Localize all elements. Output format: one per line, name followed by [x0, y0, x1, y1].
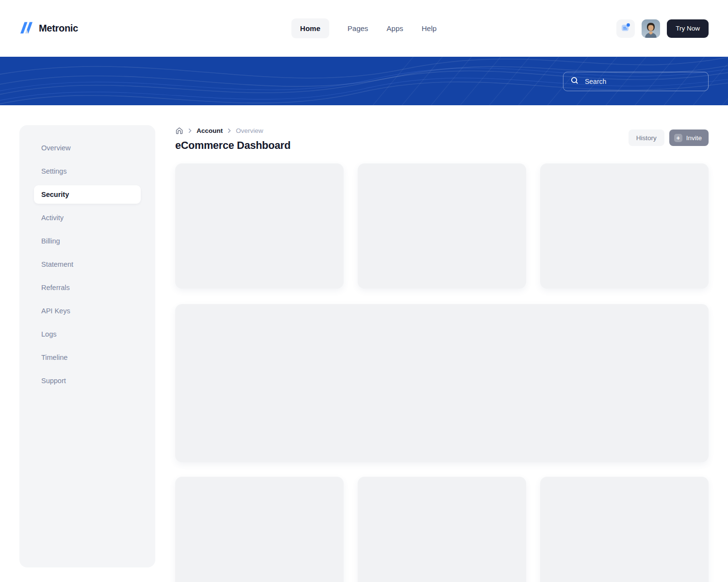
sidebar-item-logs[interactable]: Logs	[34, 323, 141, 346]
sidebar-item-referrals[interactable]: Referrals	[34, 276, 141, 299]
search-input[interactable]	[585, 78, 701, 85]
breadcrumb-account[interactable]: Account	[197, 127, 223, 134]
search-icon	[570, 76, 579, 87]
sidebar-item-support[interactable]: Support	[34, 369, 141, 392]
sidebar-item-security[interactable]: Security	[34, 185, 141, 204]
app-window: Metronic Home Pages Apps Help	[0, 0, 728, 582]
breadcrumb: Account Overview	[175, 127, 263, 135]
page-title: eCommerce Dashboard	[175, 140, 291, 152]
invite-button-label: Invite	[686, 134, 702, 142]
sidebar-item-overview[interactable]: Overview	[34, 136, 141, 160]
placeholder-card-wide	[175, 304, 709, 462]
header-actions: Try Now	[616, 0, 709, 57]
sidebar-item-billing[interactable]: Billing	[34, 229, 141, 253]
placeholder-card	[358, 163, 526, 289]
notification-icon	[620, 22, 631, 34]
chevron-right-icon	[227, 127, 232, 134]
sidebar-item-timeline[interactable]: Timeline	[34, 346, 141, 369]
brand-name: Metronic	[39, 23, 78, 34]
placeholder-card	[540, 163, 709, 289]
metronic-logo-icon	[19, 20, 34, 37]
plus-icon: +	[674, 134, 682, 142]
notification-button[interactable]	[616, 19, 635, 38]
avatar[interactable]	[642, 19, 660, 38]
brand-logo[interactable]: Metronic	[19, 0, 78, 57]
sidebar-item-api-keys[interactable]: API Keys	[34, 299, 141, 323]
placeholder-card	[540, 477, 709, 582]
sidebar-item-statement[interactable]: Statement	[34, 253, 141, 276]
page-actions: History + Invite	[629, 129, 709, 146]
nav-item-pages[interactable]: Pages	[347, 24, 368, 32]
nav-item-home[interactable]: Home	[291, 18, 329, 38]
nav-item-help[interactable]: Help	[422, 24, 437, 32]
nav-item-apps[interactable]: Apps	[387, 24, 403, 32]
home-icon[interactable]	[175, 127, 183, 135]
placeholder-card	[175, 477, 344, 582]
try-now-button[interactable]: Try Now	[667, 19, 709, 38]
breadcrumb-overview: Overview	[236, 127, 263, 134]
main-nav: Home Pages Apps Help	[291, 18, 436, 38]
invite-button[interactable]: + Invite	[669, 129, 709, 146]
top-header: Metronic Home Pages Apps Help	[0, 0, 728, 57]
placeholder-card	[358, 477, 526, 582]
chevron-right-icon	[188, 127, 192, 134]
search-box[interactable]	[563, 72, 709, 91]
history-button[interactable]: History	[629, 129, 664, 146]
sidebar-item-activity[interactable]: Activity	[34, 206, 141, 229]
account-sidebar: Overview Settings Security Activity Bill…	[19, 125, 155, 567]
sidebar-item-settings[interactable]: Settings	[34, 160, 141, 183]
hero-banner	[0, 57, 728, 105]
placeholder-card	[175, 163, 344, 289]
